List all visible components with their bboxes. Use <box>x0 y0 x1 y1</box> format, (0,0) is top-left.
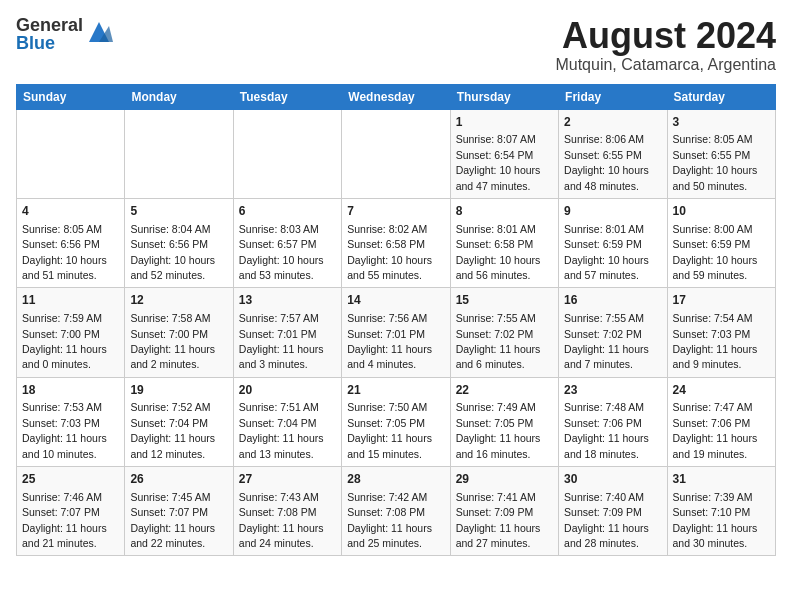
day-number: 18 <box>22 382 119 399</box>
day-number: 31 <box>673 471 770 488</box>
day-info: Sunrise: 7:49 AM Sunset: 7:05 PM Dayligh… <box>456 401 541 459</box>
calendar-cell: 6Sunrise: 8:03 AM Sunset: 6:57 PM Daylig… <box>233 198 341 287</box>
day-info: Sunrise: 7:40 AM Sunset: 7:09 PM Dayligh… <box>564 491 649 549</box>
day-info: Sunrise: 7:58 AM Sunset: 7:00 PM Dayligh… <box>130 312 215 370</box>
calendar-cell: 13Sunrise: 7:57 AM Sunset: 7:01 PM Dayli… <box>233 288 341 377</box>
weekday-header: Monday <box>125 84 233 109</box>
calendar-table: SundayMondayTuesdayWednesdayThursdayFrid… <box>16 84 776 557</box>
calendar-cell: 15Sunrise: 7:55 AM Sunset: 7:02 PM Dayli… <box>450 288 558 377</box>
day-info: Sunrise: 8:06 AM Sunset: 6:55 PM Dayligh… <box>564 133 649 191</box>
day-number: 25 <box>22 471 119 488</box>
calendar-cell: 30Sunrise: 7:40 AM Sunset: 7:09 PM Dayli… <box>559 467 667 556</box>
day-number: 3 <box>673 114 770 131</box>
day-number: 9 <box>564 203 661 220</box>
weekday-header-row: SundayMondayTuesdayWednesdayThursdayFrid… <box>17 84 776 109</box>
logo: General Blue <box>16 16 113 52</box>
day-info: Sunrise: 7:45 AM Sunset: 7:07 PM Dayligh… <box>130 491 215 549</box>
day-info: Sunrise: 7:50 AM Sunset: 7:05 PM Dayligh… <box>347 401 432 459</box>
calendar-header: SundayMondayTuesdayWednesdayThursdayFrid… <box>17 84 776 109</box>
calendar-cell: 18Sunrise: 7:53 AM Sunset: 7:03 PM Dayli… <box>17 377 125 466</box>
day-number: 22 <box>456 382 553 399</box>
page-header: General Blue August 2024 Mutquin, Catama… <box>16 16 776 74</box>
calendar-cell: 5Sunrise: 8:04 AM Sunset: 6:56 PM Daylig… <box>125 198 233 287</box>
day-info: Sunrise: 7:41 AM Sunset: 7:09 PM Dayligh… <box>456 491 541 549</box>
calendar-cell: 24Sunrise: 7:47 AM Sunset: 7:06 PM Dayli… <box>667 377 775 466</box>
logo-general-text: General <box>16 16 83 34</box>
day-info: Sunrise: 7:48 AM Sunset: 7:06 PM Dayligh… <box>564 401 649 459</box>
calendar-cell: 27Sunrise: 7:43 AM Sunset: 7:08 PM Dayli… <box>233 467 341 556</box>
calendar-cell: 11Sunrise: 7:59 AM Sunset: 7:00 PM Dayli… <box>17 288 125 377</box>
day-number: 27 <box>239 471 336 488</box>
calendar-cell: 23Sunrise: 7:48 AM Sunset: 7:06 PM Dayli… <box>559 377 667 466</box>
day-number: 1 <box>456 114 553 131</box>
calendar-cell <box>125 109 233 198</box>
calendar-cell: 7Sunrise: 8:02 AM Sunset: 6:58 PM Daylig… <box>342 198 450 287</box>
calendar-week-row: 1Sunrise: 8:07 AM Sunset: 6:54 PM Daylig… <box>17 109 776 198</box>
calendar-week-row: 18Sunrise: 7:53 AM Sunset: 7:03 PM Dayli… <box>17 377 776 466</box>
day-number: 8 <box>456 203 553 220</box>
day-number: 16 <box>564 292 661 309</box>
day-info: Sunrise: 8:04 AM Sunset: 6:56 PM Dayligh… <box>130 223 215 281</box>
calendar-cell <box>233 109 341 198</box>
day-number: 26 <box>130 471 227 488</box>
day-number: 24 <box>673 382 770 399</box>
calendar-week-row: 25Sunrise: 7:46 AM Sunset: 7:07 PM Dayli… <box>17 467 776 556</box>
day-number: 14 <box>347 292 444 309</box>
weekday-header: Sunday <box>17 84 125 109</box>
calendar-cell: 19Sunrise: 7:52 AM Sunset: 7:04 PM Dayli… <box>125 377 233 466</box>
calendar-cell: 29Sunrise: 7:41 AM Sunset: 7:09 PM Dayli… <box>450 467 558 556</box>
calendar-cell <box>17 109 125 198</box>
day-info: Sunrise: 7:55 AM Sunset: 7:02 PM Dayligh… <box>564 312 649 370</box>
day-info: Sunrise: 8:00 AM Sunset: 6:59 PM Dayligh… <box>673 223 758 281</box>
day-number: 28 <box>347 471 444 488</box>
day-number: 20 <box>239 382 336 399</box>
weekday-header: Friday <box>559 84 667 109</box>
calendar-cell: 4Sunrise: 8:05 AM Sunset: 6:56 PM Daylig… <box>17 198 125 287</box>
day-info: Sunrise: 7:42 AM Sunset: 7:08 PM Dayligh… <box>347 491 432 549</box>
page-title: August 2024 <box>555 16 776 56</box>
day-info: Sunrise: 7:46 AM Sunset: 7:07 PM Dayligh… <box>22 491 107 549</box>
weekday-header: Saturday <box>667 84 775 109</box>
day-number: 5 <box>130 203 227 220</box>
day-number: 23 <box>564 382 661 399</box>
calendar-cell: 31Sunrise: 7:39 AM Sunset: 7:10 PM Dayli… <box>667 467 775 556</box>
calendar-cell: 25Sunrise: 7:46 AM Sunset: 7:07 PM Dayli… <box>17 467 125 556</box>
day-number: 7 <box>347 203 444 220</box>
calendar-cell: 14Sunrise: 7:56 AM Sunset: 7:01 PM Dayli… <box>342 288 450 377</box>
weekday-header: Thursday <box>450 84 558 109</box>
calendar-cell: 9Sunrise: 8:01 AM Sunset: 6:59 PM Daylig… <box>559 198 667 287</box>
day-info: Sunrise: 7:57 AM Sunset: 7:01 PM Dayligh… <box>239 312 324 370</box>
day-number: 13 <box>239 292 336 309</box>
day-number: 15 <box>456 292 553 309</box>
calendar-cell: 12Sunrise: 7:58 AM Sunset: 7:00 PM Dayli… <box>125 288 233 377</box>
day-info: Sunrise: 7:56 AM Sunset: 7:01 PM Dayligh… <box>347 312 432 370</box>
day-info: Sunrise: 8:03 AM Sunset: 6:57 PM Dayligh… <box>239 223 324 281</box>
logo-blue-text: Blue <box>16 34 83 52</box>
page-subtitle: Mutquin, Catamarca, Argentina <box>555 56 776 74</box>
day-info: Sunrise: 8:01 AM Sunset: 6:59 PM Dayligh… <box>564 223 649 281</box>
day-number: 10 <box>673 203 770 220</box>
day-info: Sunrise: 8:05 AM Sunset: 6:55 PM Dayligh… <box>673 133 758 191</box>
day-info: Sunrise: 7:43 AM Sunset: 7:08 PM Dayligh… <box>239 491 324 549</box>
calendar-cell: 21Sunrise: 7:50 AM Sunset: 7:05 PM Dayli… <box>342 377 450 466</box>
weekday-header: Tuesday <box>233 84 341 109</box>
calendar-cell: 1Sunrise: 8:07 AM Sunset: 6:54 PM Daylig… <box>450 109 558 198</box>
day-info: Sunrise: 8:02 AM Sunset: 6:58 PM Dayligh… <box>347 223 432 281</box>
title-block: August 2024 Mutquin, Catamarca, Argentin… <box>555 16 776 74</box>
calendar-week-row: 11Sunrise: 7:59 AM Sunset: 7:00 PM Dayli… <box>17 288 776 377</box>
calendar-cell: 26Sunrise: 7:45 AM Sunset: 7:07 PM Dayli… <box>125 467 233 556</box>
day-info: Sunrise: 7:39 AM Sunset: 7:10 PM Dayligh… <box>673 491 758 549</box>
day-info: Sunrise: 7:52 AM Sunset: 7:04 PM Dayligh… <box>130 401 215 459</box>
day-number: 11 <box>22 292 119 309</box>
day-number: 21 <box>347 382 444 399</box>
calendar-week-row: 4Sunrise: 8:05 AM Sunset: 6:56 PM Daylig… <box>17 198 776 287</box>
day-number: 12 <box>130 292 227 309</box>
day-info: Sunrise: 7:54 AM Sunset: 7:03 PM Dayligh… <box>673 312 758 370</box>
calendar-cell <box>342 109 450 198</box>
day-number: 4 <box>22 203 119 220</box>
day-number: 6 <box>239 203 336 220</box>
calendar-cell: 20Sunrise: 7:51 AM Sunset: 7:04 PM Dayli… <box>233 377 341 466</box>
day-number: 30 <box>564 471 661 488</box>
day-info: Sunrise: 8:05 AM Sunset: 6:56 PM Dayligh… <box>22 223 107 281</box>
day-info: Sunrise: 7:53 AM Sunset: 7:03 PM Dayligh… <box>22 401 107 459</box>
